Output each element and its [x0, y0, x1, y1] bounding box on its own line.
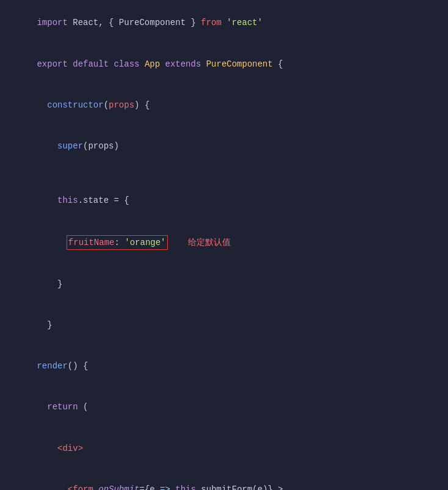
keyword: import [37, 18, 73, 27]
code-editor: import React, { PureComponent } from 're… [0, 2, 448, 490]
code-line: } [0, 263, 448, 304]
code-line: } [0, 305, 448, 346]
code-line: constructor(props) { [0, 84, 448, 125]
string: 'react' [226, 18, 262, 27]
code-line: import React, { PureComponent } from 're… [0, 2, 448, 43]
code-line: fruitName: 'orange' 给定默认值 [0, 221, 448, 263]
highlight-fruitname: fruitName: 'orange' [67, 235, 168, 250]
annotation-text: 给定默认值 [188, 238, 231, 247]
code-line: export default class App extends PureCom… [0, 43, 448, 84]
code-line: return ( [0, 387, 448, 428]
code-line: super(props) [0, 126, 448, 167]
code-line: <form onSubmit={e => this.submitForm(e)}… [0, 469, 448, 490]
code-text: React, { PureComponent } [73, 18, 201, 27]
code-line: <div> [0, 428, 448, 469]
keyword-from: from [201, 18, 222, 27]
code-line: this.state = { [0, 180, 448, 221]
code-line: render() { [0, 346, 448, 387]
code-line [0, 167, 448, 180]
